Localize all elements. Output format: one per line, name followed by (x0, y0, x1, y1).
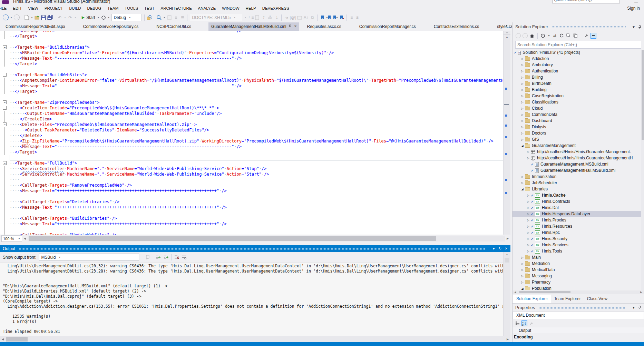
tree-item[interactable]: ▷✓C#Hmis.Proxies (513, 217, 644, 223)
expand-arrow-icon[interactable]: ▷ (520, 268, 525, 271)
menu-build[interactable]: BUILD (66, 5, 84, 12)
document-tab[interactable]: CommissionReportAddEdit.aspx (5, 22, 66, 31)
output-vertical-scrollbar[interactable]: ▲ (503, 252, 510, 336)
previous-bookmark-icon[interactable] (325, 14, 332, 21)
window-position-icon[interactable]: ▼ (632, 25, 635, 29)
doctype-combo[interactable]: DOCTYPE: XHTML5▼ (190, 14, 242, 21)
output-hscroll-left-arrow[interactable]: ◀ (0, 338, 6, 341)
expand-arrow-icon[interactable]: ▷ (520, 57, 525, 60)
expand-arrow-icon[interactable]: ▷ (520, 175, 525, 178)
sign-in-link[interactable]: Sign in (627, 6, 640, 11)
menu-analyze[interactable]: ANALYZE (195, 5, 219, 12)
pin-icon[interactable] (638, 306, 641, 309)
expand-arrow-icon[interactable]: ▷ (526, 250, 531, 253)
menu-devexpress[interactable]: DEVEXPRESS (259, 5, 292, 12)
tree-vertical-scrollbar[interactable] (641, 50, 644, 291)
tree-item[interactable]: ▷✓C#Hmis.Hesperus.DataLayer (513, 211, 644, 217)
fold-collapse-icon[interactable] (0, 105, 10, 111)
tree-item[interactable]: ▷CommonData (513, 111, 644, 118)
window-position-icon[interactable]: ▼ (632, 306, 635, 309)
properties-object-combo[interactable]: XML Document (513, 312, 644, 319)
output-hscroll-track[interactable] (6, 336, 505, 342)
expand-arrow-icon[interactable]: ▷ (526, 157, 531, 160)
tool-tab-class-view[interactable]: Class View (584, 295, 611, 303)
fold-collapse-icon[interactable] (0, 100, 10, 105)
tree-item[interactable]: ▷Ambulatory (513, 62, 644, 68)
tree-item[interactable]: ▷MedicalData (513, 267, 644, 273)
collapse-arrow-icon[interactable]: ◢ (520, 287, 525, 290)
quick-launch-input[interactable] (552, 0, 620, 3)
tree-item[interactable]: ▷✓C#Hmis.Security (513, 236, 644, 242)
editor-horizontal-scrollbar[interactable] (28, 236, 505, 241)
goto-previous-message-icon[interactable] (155, 254, 162, 260)
pin-icon[interactable] (638, 25, 641, 29)
expand-arrow-icon[interactable]: ▷ (520, 76, 525, 79)
editor-zoom-combo[interactable]: 100 %▼ (1, 235, 22, 242)
add-item-icon[interactable] (34, 14, 40, 21)
tree-item[interactable]: ▷✓C#Hmis.Dal (513, 205, 644, 211)
expand-arrow-icon[interactable]: ▷ (520, 63, 525, 67)
menu-view[interactable]: VIEW (25, 5, 41, 12)
se-back-icon[interactable]: ← (515, 33, 521, 39)
tree-item[interactable]: ▷✓C#Hmis.Cache (513, 192, 644, 198)
undo-dropdown[interactable]: ▼ (64, 16, 66, 19)
expand-arrow-icon[interactable]: ▷ (520, 119, 525, 122)
clear-all-icon[interactable] (173, 254, 180, 260)
code-editor[interactable]: ····<Message·Text="---------------------… (0, 31, 503, 235)
fold-collapse-icon[interactable] (0, 72, 10, 78)
tool-tab-solution-explorer[interactable]: Solution Explorer (513, 295, 551, 303)
document-list-dropdown-icon[interactable]: ▼ (505, 24, 508, 27)
hscroll-thumb[interactable] (29, 236, 436, 241)
tree-item[interactable]: ▷Immunization (513, 174, 644, 180)
menu-edit[interactable]: EDIT (10, 5, 25, 12)
tree-item[interactable]: ▷Building (513, 87, 644, 93)
expand-arrow-icon[interactable]: ▷ (526, 244, 531, 247)
tree-hscroll-left-arrow[interactable]: ◀ (513, 291, 518, 294)
sync-dropdown[interactable]: ▼ (548, 34, 550, 37)
clear-bookmarks-icon[interactable] (339, 14, 345, 21)
fold-collapse-icon[interactable] (0, 160, 10, 166)
categorized-icon[interactable] (515, 320, 520, 326)
tab-pin-icon[interactable] (289, 24, 292, 28)
tree-item[interactable]: ✓∞Solution 'Hmis.IIS' (41 projects) (513, 49, 644, 56)
window-position-icon[interactable]: ▼ (492, 247, 496, 250)
menu-architecture[interactable]: ARCHITECTURE (157, 5, 195, 12)
navigate-back-icon[interactable]: ← (3, 14, 9, 20)
expand-arrow-icon[interactable]: ▷ (520, 113, 525, 116)
output-source-combo[interactable]: MSBuid▼ (39, 254, 139, 261)
tree-item[interactable]: ▷Pharmacy (513, 279, 644, 285)
tree-item[interactable]: ▷✓C#Hmis.Contracts (513, 198, 644, 205)
expand-arrow-icon[interactable]: ▷ (520, 132, 525, 135)
tree-item[interactable]: ◢Libraries (513, 186, 644, 192)
vscroll-thumb[interactable] (505, 258, 509, 263)
save-icon[interactable] (40, 14, 47, 21)
tree-item[interactable]: ▷http://localhost/Hmis/Hmis.GuaranteeMan… (513, 149, 644, 155)
show-all-files-icon[interactable] (573, 33, 578, 39)
tree-item[interactable]: ▷Doctors (513, 130, 644, 136)
expand-arrow-icon[interactable]: ▷ (520, 126, 525, 129)
output-text[interactable]: Linq\Utils\UserManagementDbUtil.cs(20,32… (0, 263, 510, 337)
expand-arrow-icon[interactable]: ▷ (526, 200, 531, 203)
tree-item[interactable]: ▷BirthDeath (513, 80, 644, 87)
pin-icon[interactable] (499, 247, 502, 250)
output-title-bar[interactable]: Output ▼ ✕ (0, 245, 510, 252)
find-icon[interactable] (146, 14, 153, 21)
expand-arrow-icon[interactable]: ▷ (520, 275, 525, 278)
menu-debug[interactable]: DEBUG (84, 5, 104, 12)
tree-item[interactable]: ▷GIS (513, 136, 644, 142)
new-file-dropdown[interactable]: ▼ (31, 16, 33, 19)
toolbar-overflow-chevron[interactable]: ▼ (163, 16, 165, 19)
expand-arrow-icon[interactable]: ▷ (520, 101, 525, 104)
hscroll-right-arrow-icon[interactable]: ▶ (505, 237, 510, 240)
tree-item[interactable]: ▷JobScheduler (513, 180, 644, 186)
switch-views-icon[interactable]: ⇄ (552, 33, 558, 39)
se-forward-icon[interactable]: → (522, 33, 528, 39)
doctype-overflow-chevron[interactable]: ▼ (244, 16, 246, 19)
tree-item[interactable]: ▷Dialysis (513, 124, 644, 130)
tree-item[interactable]: ✓GuaranteeManagementHall.MSBuild.xml (513, 167, 644, 174)
navigate-forward-icon[interactable]: → (14, 14, 20, 20)
collapse-all-icon[interactable] (566, 33, 572, 39)
properties-wrench-icon[interactable] (584, 33, 589, 39)
document-tab[interactable]: Requisites.ascx.cs (306, 22, 342, 31)
expand-arrow-icon[interactable]: ▷ (526, 150, 531, 154)
